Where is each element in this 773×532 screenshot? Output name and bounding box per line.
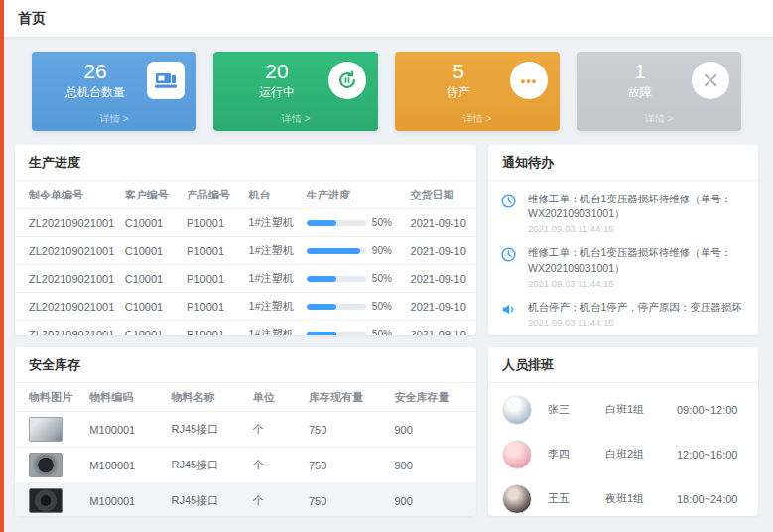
stat-detail-link[interactable]: 详情 > [407,112,548,126]
cell-machine: 1#注塑机 [244,237,302,265]
progress-bar [307,304,366,310]
table-header-row: 制令单编号 客户编号 产品编号 机台 生产进度 交货日期 [15,181,476,209]
notice-item[interactable]: 维修工单：机台1变压器损坏待维修（单号：WX202109031001） 2021… [500,187,746,240]
progress-bar [307,220,366,226]
cell-customer-no: C10001 [121,293,183,321]
notice-text: 机台停产：机台1停产，停产原因：变压器损坏 [528,300,746,315]
cell-material-name: RJ45接口 [168,412,249,448]
stat-card-running: 20 运行中 详情 > [213,52,378,131]
stat-value: 20 [225,60,328,82]
cell-product-no: P10001 [183,293,244,321]
staff-name: 王五 [548,491,605,506]
notice-time: 2021.09.03 11:44:15 [528,317,746,328]
stat-detail-link[interactable]: 详情 > [225,112,366,126]
stat-value: 1 [588,60,692,82]
table-row: M100001 RJ45接口 个 750 900 [15,412,476,448]
progress-percent: 50% [372,329,392,335]
cell-progress: 50% [303,293,407,321]
col-order-no: 制令单编号 [15,181,121,209]
cell-unit: 个 [249,483,305,517]
col-product-no: 产品编号 [183,181,244,209]
cell-order-no: ZL202109021001 [15,265,121,293]
cell-machine: 1#注塑机 [244,293,302,321]
table-row: M100001 RJ45接口 个 750 900 [15,448,476,483]
cell-material-name: RJ45接口 [168,483,249,517]
cell-material-code: M100001 [85,448,167,483]
panel-title: 生产进度 [15,145,476,181]
clock-icon [500,245,520,288]
col-material-image: 物料图片 [15,383,85,412]
cell-material-code: M100001 [85,412,167,448]
notice-time: 2021.09.03 11:44:15 [528,223,746,234]
panel-title: 安全库存 [15,347,476,383]
col-current-stock: 库存现有量 [305,383,391,412]
speaker-icon [500,300,520,328]
cell-current-stock: 750 [305,448,391,483]
speaker-part-photo [29,488,63,513]
cell-product-no: P10001 [183,237,244,265]
page-title: 首页 [18,10,46,28]
staff-row: 张三 白班1组 09:00~12:00 [502,387,744,432]
notifications-panel: 通知待办 维修工单：机台1变压器损坏待维修（单号：WX202109031001）… [488,145,758,335]
panel-title: 通知待办 [488,145,758,181]
col-material-name: 物料名称 [168,383,249,412]
cell-order-no: ZL202109021001 [15,237,121,265]
staff-time: 12:00~16:00 [677,449,737,461]
staff-name: 李四 [548,447,605,462]
round-connector-photo [29,453,63,477]
progress-percent: 50% [372,301,392,312]
notice-text: 维修工单：机台1变压器损坏待维修（单号：WX202109031001） [528,192,746,221]
stat-label: 故障 [588,84,692,101]
notice-item[interactable]: 机台停产：机台1停产，停产原因：变压器损坏 2021.09.03 11:44:1… [500,295,746,333]
staff-shift: 白班2组 [605,447,677,462]
cell-machine: 1#注塑机 [244,209,302,237]
col-customer-no: 客户编号 [121,181,183,209]
panel-title: 人员排班 [488,347,758,383]
progress-bar [307,332,366,336]
stat-detail-link[interactable]: 详情 > [588,112,729,126]
table-header-row: 物料图片 物料编码 物料名称 单位 库存现有量 安全库存量 [15,383,476,412]
cell-current-stock: 750 [305,483,391,517]
progress-percent: 50% [372,217,392,228]
notice-text: 维修工单：机台1变压器损坏待维修（单号：WX202109031001） [528,245,746,275]
stat-value: 5 [407,60,510,82]
cell-customer-no: C10001 [121,209,183,237]
machine-icon [147,62,185,99]
cell-order-no: ZL202109021001 [15,293,121,321]
avatar [502,440,532,469]
cell-date: 2021-09-10 [407,293,476,321]
progress-bar [307,248,366,254]
left-accent-strip [0,0,4,532]
stat-card-total-machines: 26 总机台数量 详情 > [32,52,196,131]
col-unit: 单位 [249,383,305,412]
cell-material-image [15,483,85,517]
col-progress: 生产进度 [303,181,407,209]
stat-label: 总机台数量 [44,84,147,101]
cell-progress: 50% [303,209,407,237]
cell-progress: 50% [303,265,407,293]
notice-item[interactable]: 计划督促：机台1生产计划已督促 2021.09.03 11:44:15 [500,333,746,335]
bottom-panels-row: 安全库存 物料图片 物料编码 物料名称 单位 库存现有量 安全库存量 M1000… [0,335,773,516]
stat-card-waiting: 5 待产 ••• 详情 > [395,52,560,131]
cell-progress: 50% [303,321,407,336]
table-row: ZL202109021001 C10001 P10001 1#注塑机 50% 2… [15,209,476,237]
stat-cards-row: 26 总机台数量 详情 > 20 运行中 [0,38,773,131]
cell-material-code: M100001 [85,483,167,517]
progress-bar [307,276,366,282]
table-row: ZL202109021001 C10001 P10001 1#注塑机 50% 2… [15,321,476,336]
table-row: ZL202109021001 C10001 P10001 1#注塑机 50% 2… [15,265,476,293]
top-header-bar: 首页 [0,0,773,38]
cell-product-no: P10001 [183,209,244,237]
stat-card-fault: 1 故障 详情 > [577,52,741,131]
cell-order-no: ZL202109021001 [15,321,121,336]
cell-safety-stock: 900 [390,448,476,483]
staff-shift: 夜班1组 [605,491,677,506]
cell-date: 2021-09-10 [407,321,476,336]
waiting-dots-icon: ••• [510,62,548,99]
cell-product-no: P10001 [183,321,244,336]
notice-item[interactable]: 维修工单：机台1变压器损坏待维修（单号：WX202109031001） 2021… [500,240,746,294]
cell-progress: 90% [303,237,407,265]
stat-detail-link[interactable]: 详情 > [44,112,185,126]
staff-schedule-panel: 人员排班 张三 白班1组 09:00~12:00 李四 白班2组 12:00~1… [488,347,758,516]
avatar [502,395,532,425]
